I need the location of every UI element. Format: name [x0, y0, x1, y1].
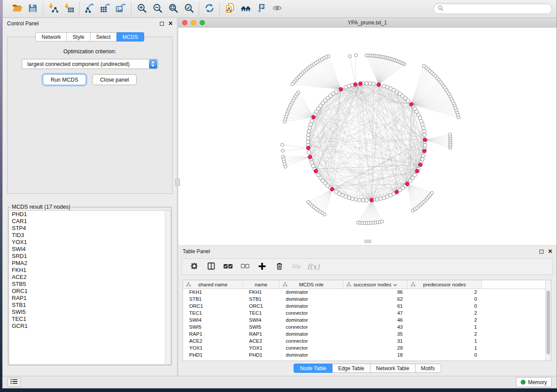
mcds-result-item[interactable]: GCR1: [9, 323, 170, 330]
mcds-result-item[interactable]: SWI4: [9, 246, 170, 253]
export-table-icon: [100, 3, 111, 14]
column-header-successor-nodes[interactable]: successor nodes: [343, 280, 408, 289]
delete-table-button: [290, 260, 303, 273]
float-panel-icon[interactable]: [160, 22, 164, 26]
table-row[interactable]: RAP1RAP1dominator352: [183, 331, 551, 338]
tab-select[interactable]: Select: [90, 32, 117, 41]
mcds-result-item[interactable]: SRD1: [9, 253, 170, 260]
node-table[interactable]: shared namenameMCDS rolesuccessor nodesp…: [183, 280, 551, 361]
mcds-result-item[interactable]: RAP1: [9, 295, 170, 302]
export-network-button[interactable]: [83, 2, 97, 16]
mcds-result-item[interactable]: TID3: [9, 232, 170, 239]
mcds-result-item[interactable]: STB5: [9, 281, 170, 288]
mcds-result-item[interactable]: CAR1: [9, 218, 170, 225]
mcds-result-item[interactable]: FKH1: [9, 267, 170, 274]
search-icon: [438, 5, 443, 12]
criterion-dropdown[interactable]: largest connected component (undirected): [22, 59, 158, 69]
zoom-in-button[interactable]: [135, 2, 149, 16]
open-folder-button[interactable]: [10, 2, 24, 16]
hide-graphics-button[interactable]: [254, 2, 268, 16]
add-column-button[interactable]: [256, 260, 269, 273]
table-row[interactable]: PHD1PHD1dominator180: [183, 352, 551, 359]
table-row[interactable]: STB1STB1dominator620: [183, 296, 551, 303]
close-table-panel-icon[interactable]: ×: [548, 249, 552, 254]
close-panel-button[interactable]: Close panel: [92, 74, 137, 85]
table-cell: TEC1: [183, 310, 243, 317]
column-header-predecessor-nodes[interactable]: predecessor nodes: [408, 280, 482, 289]
table-cell: dominator: [280, 331, 343, 338]
show-panels-button[interactable]: [7, 378, 21, 387]
table-scrollbar[interactable]: [545, 280, 551, 361]
mcds-result-item[interactable]: PMA2: [9, 260, 170, 267]
control-panel-tabs: NetworkStyleSelectMCDS: [3, 32, 177, 41]
mcds-result-item[interactable]: ACE2: [9, 274, 170, 281]
search-box[interactable]: [433, 3, 552, 14]
mcds-result-item[interactable]: TEC1: [9, 316, 170, 323]
column-namespace-icon: [411, 282, 415, 288]
mcds-result-item[interactable]: STB1: [9, 302, 170, 309]
zoom-out-button[interactable]: [150, 2, 164, 16]
columns-button[interactable]: [204, 260, 218, 273]
tab-node-table[interactable]: Node Table: [294, 364, 332, 373]
zoom-fit-icon: [168, 3, 178, 14]
float-table-panel-icon[interactable]: [540, 250, 543, 254]
delete-column-button[interactable]: [273, 260, 286, 273]
horizontal-splitter-handle[interactable]: [364, 240, 371, 243]
eye-button[interactable]: [270, 2, 284, 16]
table-cell: 31: [343, 338, 408, 345]
mcds-result-item[interactable]: STP4: [9, 225, 170, 232]
table-row[interactable]: SWI4SWI4dominator462: [183, 317, 551, 324]
close-panel-icon[interactable]: ×: [169, 21, 173, 26]
table-row[interactable]: ORC1ORC1dominator610: [183, 303, 551, 310]
column-header-name[interactable]: name: [243, 280, 280, 289]
zoom-fit-button[interactable]: [166, 2, 180, 16]
memory-label: Memory: [528, 379, 547, 385]
mcds-result-item[interactable]: YOX1: [9, 239, 170, 246]
mcds-result-item[interactable]: ORC1: [9, 288, 170, 295]
tab-style[interactable]: Style: [67, 32, 90, 41]
mcds-result-list[interactable]: PHD1CAR1STP4TID3YOX1SWI4SRD1PMA2FKH1ACE2…: [9, 210, 171, 364]
maximize-window-icon[interactable]: [200, 20, 205, 25]
column-header-MCDS-role[interactable]: MCDS role: [280, 280, 343, 289]
settings-gear-button[interactable]: [187, 260, 201, 273]
session-documents-button[interactable]: [223, 2, 237, 16]
table-row[interactable]: SWI5SWI5connector431: [183, 324, 551, 331]
table-row[interactable]: YOX1YOX1connector291: [183, 345, 551, 352]
select-all-button[interactable]: [221, 260, 235, 273]
network-canvas[interactable]: [178, 28, 557, 245]
tab-edge-table[interactable]: Edge Table: [332, 364, 370, 373]
hide-graphics-icon: [256, 3, 266, 14]
tab-motifs[interactable]: Motifs: [415, 364, 441, 373]
mcds-list-scrollbar[interactable]: [165, 211, 170, 364]
vertical-splitter-handle[interactable]: [175, 179, 180, 186]
import-network-button[interactable]: [46, 2, 60, 16]
export-table-button[interactable]: [98, 2, 112, 16]
tab-network-table[interactable]: Network Table: [370, 364, 415, 373]
tab-mcds[interactable]: MCDS: [117, 32, 144, 41]
mcds-result-item[interactable]: PHD1: [9, 211, 170, 218]
table-row[interactable]: TEC1TEC1connector472: [183, 310, 551, 317]
deselect-all-button[interactable]: [239, 260, 252, 273]
minimize-window-icon[interactable]: [191, 20, 196, 25]
search-input[interactable]: [446, 6, 548, 12]
close-window-icon[interactable]: [182, 20, 187, 25]
import-table-button[interactable]: [62, 2, 76, 16]
network-graph[interactable]: [178, 28, 557, 245]
table-row[interactable]: FKH1FKH1dominator962: [183, 289, 551, 296]
tab-network[interactable]: Network: [35, 32, 67, 41]
memory-button[interactable]: Memory: [516, 377, 552, 387]
zoom-selected-button[interactable]: [182, 2, 196, 16]
run-mcds-button[interactable]: Run MCDS: [43, 74, 86, 85]
refresh-layout-button[interactable]: [202, 2, 216, 16]
export-image-button[interactable]: [114, 2, 128, 16]
table-cell: PHD1: [243, 352, 280, 359]
mcds-result-item[interactable]: SWI5: [9, 309, 170, 316]
home-views-button[interactable]: [239, 2, 253, 16]
table-scrollbar-thumb[interactable]: [547, 291, 550, 354]
table-cell: dominator: [280, 303, 343, 310]
delete-table-icon: [292, 263, 301, 271]
table-row[interactable]: ACE2ACE2connector311: [183, 338, 551, 345]
network-window-titlebar[interactable]: YPA_prune.txt_1: [178, 18, 557, 28]
column-header-shared-name[interactable]: shared name: [183, 280, 243, 289]
save-button[interactable]: [26, 2, 40, 16]
